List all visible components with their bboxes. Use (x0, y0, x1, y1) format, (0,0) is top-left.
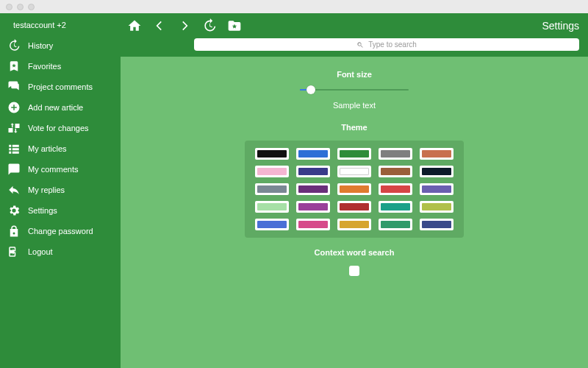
sidebar-item-add-article[interactable]: Add new article (0, 97, 121, 118)
context-search-checkbox[interactable] (349, 266, 359, 276)
sidebar-item-project-comments[interactable]: Project comments (0, 77, 121, 97)
theme-swatch-bar (381, 150, 410, 158)
sidebar-item-label: Favorites (28, 62, 61, 71)
sidebar-item-favorites[interactable]: Favorites (0, 56, 121, 77)
sidebar-item-logout[interactable]: Logout (0, 241, 121, 262)
back-button[interactable] (150, 16, 169, 35)
theme-swatch[interactable] (379, 166, 412, 177)
theme-swatch[interactable] (337, 166, 371, 177)
theme-swatch-bar (257, 168, 287, 175)
theme-swatch[interactable] (296, 166, 330, 177)
traffic-light-close[interactable] (6, 4, 12, 10)
theme-swatch-bar (340, 203, 369, 210)
theme-swatch-bar (340, 221, 369, 228)
theme-swatch[interactable] (420, 201, 453, 213)
star-bookmark-icon (7, 60, 21, 73)
font-size-slider[interactable] (300, 83, 409, 96)
theme-swatch-bar (298, 203, 328, 210)
theme-swatch[interactable] (255, 201, 289, 213)
theme-swatch[interactable] (255, 219, 289, 230)
theme-swatch[interactable] (296, 201, 330, 213)
theme-swatch[interactable] (255, 148, 289, 160)
favorites-folder-button[interactable] (225, 16, 244, 35)
page-title: Settings (542, 20, 579, 32)
search-input[interactable]: Type to search (194, 38, 579, 51)
theme-swatch-bar (381, 203, 410, 210)
sidebar-item-label: Project comments (28, 82, 93, 91)
sample-text: Sample text (333, 101, 376, 110)
sidebar-user[interactable]: testaccount +2 (0, 18, 121, 35)
traffic-light-minimize[interactable] (17, 4, 24, 10)
sidebar-item-settings[interactable]: Settings (0, 200, 121, 221)
theme-swatch[interactable] (379, 201, 412, 213)
sidebar-item-my-articles[interactable]: My articles (0, 138, 121, 159)
theme-swatch-bar (257, 185, 287, 193)
home-button[interactable] (125, 16, 144, 35)
sidebar-item-my-replies[interactable]: My replies (0, 180, 121, 200)
theme-swatch[interactable] (296, 148, 330, 160)
sidebar: testaccount +2 History Favorites Project… (0, 13, 121, 368)
theme-swatch-bar (422, 150, 451, 158)
sidebar-item-my-comments[interactable]: My comments (0, 159, 121, 180)
theme-swatch-bar (422, 203, 451, 210)
lock-icon (7, 224, 21, 238)
logout-icon (7, 245, 21, 258)
theme-swatch[interactable] (337, 183, 371, 195)
theme-swatch[interactable] (420, 148, 453, 160)
theme-swatch[interactable] (337, 148, 371, 160)
theme-swatch-bar (257, 150, 287, 158)
sidebar-item-label: Change password (28, 227, 93, 236)
traffic-light-zoom[interactable] (28, 4, 35, 10)
theme-swatch[interactable] (379, 183, 412, 195)
theme-swatch[interactable] (337, 201, 371, 213)
reply-icon (7, 183, 21, 197)
theme-swatch-bar (340, 168, 369, 175)
topbar: Settings (121, 13, 588, 38)
theme-swatch[interactable] (337, 219, 371, 230)
theme-swatch-bar (381, 168, 410, 175)
theme-swatch-bar (381, 185, 410, 193)
theme-swatch[interactable] (379, 148, 412, 160)
plus-circle-icon (7, 101, 21, 114)
main-area: Settings Type to search Font size Sample… (121, 13, 588, 368)
theme-swatch[interactable] (255, 183, 289, 195)
sidebar-item-label: Vote for changes (28, 124, 89, 132)
history-icon (7, 39, 21, 52)
vote-icon (7, 121, 21, 135)
sidebar-user-name: testaccount +2 (13, 21, 66, 29)
sidebar-item-history[interactable]: History (0, 35, 121, 56)
font-size-label: Font size (337, 70, 372, 79)
sidebar-item-label: History (28, 41, 53, 50)
theme-swatch-bar (298, 168, 328, 175)
gear-icon (7, 204, 21, 217)
theme-swatch-bar (298, 185, 328, 193)
theme-swatch[interactable] (420, 166, 453, 177)
sidebar-item-label: Settings (28, 206, 57, 215)
sidebar-item-vote[interactable]: Vote for changes (0, 118, 121, 138)
theme-swatch-bar (340, 150, 369, 158)
theme-panel (245, 141, 464, 238)
window-titlebar (0, 0, 588, 13)
theme-swatch[interactable] (420, 219, 453, 230)
theme-swatch[interactable] (296, 183, 330, 195)
sidebar-item-label: My replies (28, 185, 65, 194)
theme-swatch-bar (381, 221, 410, 228)
forward-button[interactable] (175, 16, 194, 35)
theme-swatch-bar (298, 221, 328, 228)
history-button[interactable] (200, 16, 219, 35)
sidebar-item-label: Add new article (28, 103, 83, 112)
sidebar-item-label: Logout (28, 247, 53, 256)
theme-swatch-bar (257, 221, 287, 228)
theme-swatch[interactable] (255, 166, 289, 177)
theme-swatch[interactable] (379, 219, 412, 230)
sidebar-item-change-password[interactable]: Change password (0, 221, 121, 241)
theme-swatch[interactable] (420, 183, 453, 195)
sidebar-item-label: My comments (28, 165, 78, 174)
theme-swatch[interactable] (296, 219, 330, 230)
sidebar-item-label: My articles (28, 144, 67, 153)
context-search-label: Context word search (315, 248, 395, 257)
theme-swatch-bar (298, 150, 328, 158)
slider-thumb[interactable] (306, 85, 315, 94)
theme-swatch-bar (257, 203, 287, 210)
list-icon (7, 142, 21, 155)
